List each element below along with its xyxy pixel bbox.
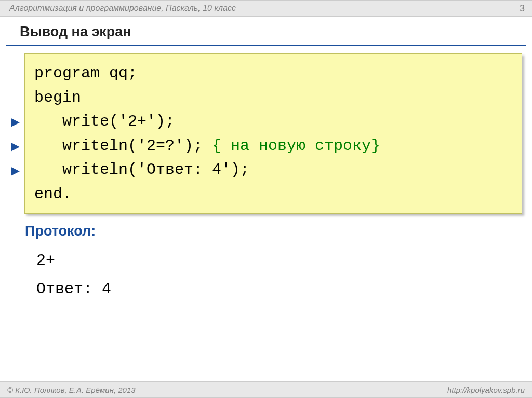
code-line: begin	[34, 86, 512, 110]
triangle-right-icon: ▶	[11, 140, 20, 153]
footer-bar: © К.Ю. Поляков, Е.А. Ерёмин, 2013 http:/…	[0, 381, 532, 398]
page-title: Вывод на экран	[20, 24, 131, 40]
triangle-right-icon: ▶	[11, 164, 20, 177]
code-line: write('2+');	[34, 109, 512, 134]
code-line: program qq;	[34, 61, 512, 86]
protocol-output: 2+	[36, 252, 55, 269]
code-block: program qq; begin write('2+'); writeln('…	[24, 53, 522, 214]
code-line: writeln('Ответ: 4');	[34, 158, 512, 182]
footer-copyright: © К.Ю. Поляков, Е.А. Ерёмин, 2013	[7, 386, 136, 394]
protocol-label: Протокол:	[25, 223, 96, 239]
header-bar: Алгоритмизация и программирование, Паска…	[0, 0, 532, 17]
page-number: 3	[520, 3, 525, 14]
code-line: writeln('2=?'); { на новую строку}	[34, 134, 512, 158]
title-underline	[6, 45, 526, 46]
protocol-output: Ответ: 4	[36, 280, 111, 298]
triangle-right-icon: ▶	[11, 115, 20, 129]
code-line: end.	[34, 182, 512, 207]
breadcrumb: Алгоритмизация и программирование, Паска…	[9, 4, 236, 13]
footer-url: http://kpolyakov.spb.ru	[447, 386, 525, 394]
code-comment: { на новую строку}	[212, 137, 380, 155]
